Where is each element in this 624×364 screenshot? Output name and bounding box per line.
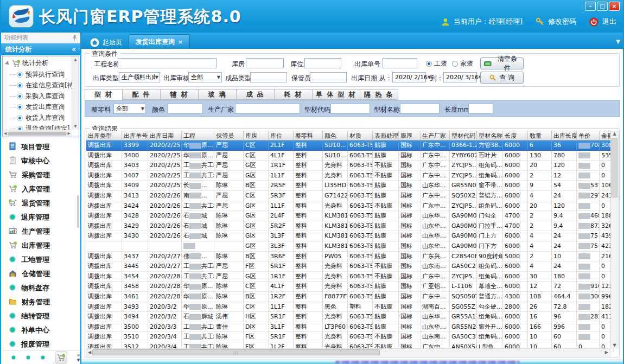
- tree-item[interactable]: 收货入库查询: [17, 112, 72, 123]
- table-row[interactable]: 调拨出库34002020/2/25华原...严思C区4L1F整料SU10...6…: [86, 151, 610, 161]
- vertical-scroll-thumb[interactable]: [612, 138, 617, 197]
- table-row[interactable]: 调拨出库34072020/2/25工共工程严思G区1L1F整料光身料6063-T…: [86, 171, 610, 181]
- green-dot-icon[interactable]: [26, 354, 31, 361]
- scroll-down-icon[interactable]: ▼: [613, 343, 616, 348]
- tree-item[interactable]: 在途信息查询[待: [17, 80, 72, 91]
- section-header[interactable]: 统计分析 «: [1, 43, 80, 55]
- sidebar-scrollbar[interactable]: [77, 195, 79, 228]
- radio-home[interactable]: 家装: [452, 59, 473, 68]
- logout-link[interactable]: 退出: [602, 17, 616, 27]
- table-row[interactable]: 调拨出库34282020/2/26石城陈琳G区2L4F整料KLM38176063…: [86, 211, 610, 221]
- column-header[interactable]: 型材代码: [450, 131, 477, 140]
- column-header[interactable]: 型材名称: [477, 131, 503, 140]
- green-dot-icon[interactable]: [11, 354, 16, 361]
- column-header[interactable]: 膜厚: [399, 131, 421, 140]
- column-header[interactable]: 材质: [348, 131, 373, 140]
- table-row[interactable]: 调拨出库35102020/3/4工共工程陈琳F区5R1F整料光身料6063-T5…: [86, 332, 610, 342]
- column-header[interactable]: 库房: [244, 131, 269, 140]
- keeper-input[interactable]: [310, 72, 347, 82]
- sidebar-item-补单中心[interactable]: 补单中心: [1, 323, 80, 337]
- sidebar-item-退库管理[interactable]: 退库管理: [1, 210, 80, 225]
- tree-root[interactable]: 统计分析: [3, 56, 72, 69]
- column-header[interactable]: 整零料: [294, 131, 323, 140]
- manufacturer-input[interactable]: [235, 104, 300, 114]
- material-tab[interactable]: 配 件: [123, 89, 161, 100]
- column-header[interactable]: 库位: [269, 131, 294, 140]
- table-row[interactable]: 调拨出库34242020/2/26工共工程严思G区1L1F整料光身料6063-T…: [86, 201, 610, 212]
- collapse-icon[interactable]: «: [72, 46, 76, 53]
- table-row[interactable]: 调拨出库34372020/2/27佛...陈琳B区3R6F整料PW056063-…: [86, 252, 610, 262]
- sidebar-item-结转管理[interactable]: 结转管理: [1, 309, 80, 323]
- tree-vertical-scrollbar[interactable]: ▲▼: [72, 56, 79, 130]
- column-header[interactable]: 长度: [503, 131, 528, 140]
- maximize-button[interactable]: □: [597, 2, 608, 11]
- material-tab[interactable]: 耗 材: [275, 89, 313, 100]
- column-header[interactable]: 数量: [528, 131, 552, 140]
- column-header[interactable]: 表面处理: [373, 131, 399, 140]
- table-row[interactable]: 调拨出库34542020/2/28工共工程严思G区1R1F整料光身料6063-T…: [86, 272, 610, 282]
- expander-icon[interactable]: [5, 61, 10, 66]
- sidebar-item-仓储管理[interactable]: 仓储管理: [1, 267, 80, 281]
- material-tab[interactable]: 辅 材: [161, 89, 199, 100]
- search-button[interactable]: 查 询: [480, 72, 524, 84]
- table-row[interactable]: 调拨出库34932020/3/2华原...陈琳C区1L1F整料黑色塑料不贴膜国标…: [86, 302, 610, 312]
- table-row[interactable]: 调拨出库33992020/2/25华原...严思C区2L1F整料SU10...6…: [86, 141, 610, 151]
- column-header[interactable]: 出库长度: [552, 131, 577, 140]
- horizontal-scroll-thumb[interactable]: |||: [92, 349, 380, 355]
- material-tab[interactable]: 隔 热 条: [360, 89, 398, 100]
- column-header[interactable]: 出库类型: [86, 131, 122, 140]
- sidebar-item-出库管理[interactable]: 出库管理: [1, 239, 80, 253]
- location-input[interactable]: [304, 58, 341, 68]
- table-row[interactable]: 调拨出库34612020/2/28华原...陈琳B区1R2F整料F8877FT6…: [86, 292, 610, 302]
- table-row[interactable]: 调拨出库34302020/2/26石城陈琳G区3L3F整料KLM38176063…: [86, 231, 610, 241]
- column-header[interactable]: 生产厂家: [421, 131, 450, 140]
- table-row[interactable]: 调拨出库34292020/2/26石城陈琳G区5R2F整料KLM38176063…: [86, 221, 610, 232]
- tree-horizontal-scrollbar[interactable]: ◀▶: [3, 130, 72, 137]
- outbound-type-select[interactable]: 生产领料出库▼: [119, 72, 160, 82]
- close-button[interactable]: ×: [609, 2, 620, 11]
- profile-code-input[interactable]: [330, 104, 370, 114]
- sidebar-item-采购管理[interactable]: 采购管理: [1, 168, 80, 182]
- column-header[interactable]: 颜色: [323, 131, 348, 140]
- table-row[interactable]: 调拨出库34092020/2/25长...陈琳B区2R5F整料LI35HD606…: [86, 181, 610, 191]
- clear-conditions-button[interactable]: 清空条件: [480, 58, 524, 69]
- tree-item[interactable]: 预算执行查询: [17, 69, 72, 80]
- column-header[interactable]: 出库日期: [148, 131, 182, 140]
- table-row[interactable]: 调拨出库34032020/2/25工共工程严思G区1R1F整料光身料6063-T…: [86, 161, 610, 171]
- tree-item[interactable]: 发货出库查询: [17, 101, 72, 112]
- order-no-input[interactable]: [383, 58, 417, 68]
- cart-shortcut-button[interactable]: [55, 352, 68, 363]
- tab-home[interactable]: 起始页: [84, 36, 129, 49]
- date-from-select[interactable]: 2020/ 2/16▼: [392, 72, 426, 82]
- warehouse-input[interactable]: [246, 58, 284, 68]
- whole-part-select[interactable]: 全部▼: [113, 104, 146, 114]
- column-header[interactable]: 保管员: [214, 131, 244, 140]
- table-row[interactable]: 调拨出库34132020/2/26南...严思C区5R3F整料G71422606…: [86, 191, 610, 201]
- material-tab[interactable]: 玻 璃: [199, 89, 237, 100]
- sidebar-item-物料盘存[interactable]: 物料盘存: [1, 281, 80, 295]
- grid-vertical-scrollbar[interactable]: ▲ ▼: [610, 131, 619, 348]
- table-row[interactable]: 调拨出库35002020/3/3工共工程曹佳D区3L1F整料LT3P606063…: [86, 322, 610, 333]
- tab-shipping-outbound-query[interactable]: 发货出库查询 ×: [129, 34, 190, 49]
- tree-item[interactable]: 退货查询[待定]: [17, 123, 72, 130]
- tree-item[interactable]: 采购入库查询: [17, 91, 72, 101]
- length-input[interactable]: [468, 104, 493, 114]
- tab-list-dropdown-icon[interactable]: ▼: [616, 39, 620, 44]
- grid-horizontal-scrollbar[interactable]: ◀ ||| ▶: [86, 348, 610, 356]
- profile-name-input[interactable]: [400, 104, 440, 114]
- product-type-input[interactable]: [250, 72, 287, 82]
- table-row[interactable]: G区3L3F整料KLM38176063-T5贴膜国标山东华...GA90M09.…: [86, 241, 610, 252]
- color-input[interactable]: [167, 104, 203, 114]
- scroll-left-icon[interactable]: ◀: [88, 350, 91, 355]
- green-dot-icon[interactable]: [40, 354, 46, 361]
- project-name-input[interactable]: [118, 58, 217, 68]
- scroll-right-icon[interactable]: ▶: [605, 350, 608, 355]
- radio-industrial[interactable]: 工装: [426, 59, 447, 68]
- sidebar-item-退货管理[interactable]: 退货管理: [1, 196, 80, 210]
- pin-icon[interactable]: [72, 35, 77, 41]
- table-row[interactable]: 调拨出库34942020/3/2石辉城汤伟H区5R1F整料光身料6063-T5贴…: [86, 312, 610, 322]
- change-password-link[interactable]: 修改密码: [548, 17, 576, 27]
- minimize-button[interactable]: –: [585, 2, 596, 11]
- sidebar-item-财务管理[interactable]: 财务管理: [1, 295, 80, 309]
- tab-close-icon[interactable]: ×: [178, 39, 183, 46]
